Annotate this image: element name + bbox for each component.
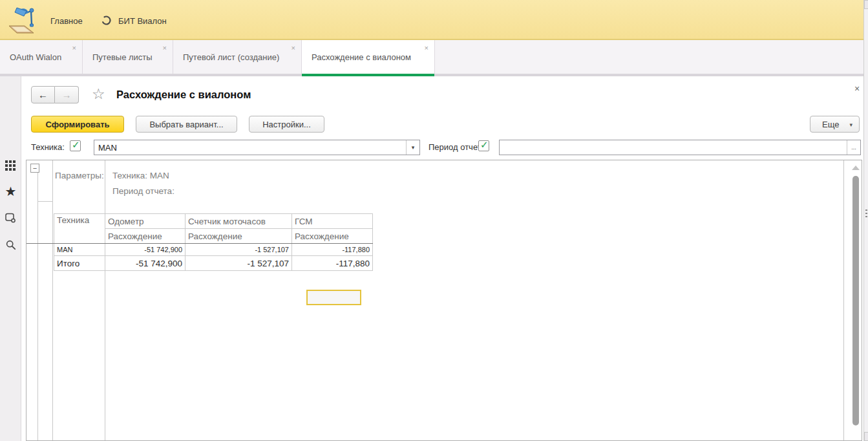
tab-close-icon[interactable]: ×	[291, 45, 295, 52]
group-bracket-line	[37, 173, 38, 440]
chevron-down-icon: ▾	[849, 122, 852, 128]
form-close-icon[interactable]: ×	[854, 83, 860, 94]
top-menu-bar: Главное БИТ Виалон	[0, 0, 863, 40]
period-browse-button[interactable]: ...	[847, 140, 860, 155]
subheader-discrepancy[interactable]: Расхождение	[185, 229, 292, 244]
more-button[interactable]: Еще ▾	[810, 116, 860, 133]
add-to-favorites-icon[interactable]: ☆	[92, 85, 105, 103]
column-header-tech[interactable]: Техника	[54, 214, 105, 244]
report-scroll-divider	[843, 160, 844, 440]
scrollbar-grip[interactable]	[865, 210, 867, 219]
params-label: Параметры:	[55, 171, 104, 180]
tab-close-icon[interactable]: ×	[163, 45, 167, 52]
menu-item-bit-wialon[interactable]: БИТ Виалон	[118, 16, 167, 26]
tab-label: Путевой лист (создание)	[183, 52, 279, 62]
tech-filter-input[interactable]	[94, 140, 405, 155]
params-tech-value: Техника: MAN	[112, 171, 169, 180]
tech-filter-combo: ▾	[94, 140, 420, 155]
tab-waybill-create[interactable]: Путевой лист (создание) ×	[173, 40, 302, 74]
grid-line	[52, 160, 53, 440]
forward-button[interactable]: →	[55, 86, 79, 103]
choose-variant-button[interactable]: Выбрать вариант...	[136, 116, 237, 133]
history-icon[interactable]	[0, 212, 21, 226]
params-period-value: Период отчета:	[112, 186, 175, 196]
favorites-star-icon[interactable]: ★	[0, 185, 21, 198]
tab-oauth-wialon[interactable]: OAuth Wialon ×	[0, 40, 83, 74]
more-label: Еще	[822, 120, 839, 129]
tab-waybills[interactable]: Путевые листы ×	[83, 40, 173, 74]
scroll-up-icon[interactable]	[852, 166, 860, 170]
subsystem-ring-icon	[101, 15, 112, 26]
grid-line	[105, 160, 105, 440]
history-nav-group: ← →	[31, 86, 79, 103]
tab-wialon-discrepancy[interactable]: Расхождение с виалоном ×	[302, 40, 435, 74]
column-header-fuel[interactable]: ГСМ	[292, 214, 373, 229]
application-window: Главное БИТ Виалон OAuth Wialon × Путевы…	[0, 0, 868, 441]
group-bracket-tick	[37, 201, 53, 202]
table-row-total: Итого -51 742,900 -1 527,107 -117,880	[54, 256, 373, 271]
period-filter-field: ...	[499, 140, 861, 155]
function-menu-icon[interactable]	[0, 160, 21, 173]
window-scrollbar[interactable]	[863, 0, 868, 441]
search-icon[interactable]	[0, 239, 21, 253]
tech-dropdown-button[interactable]: ▾	[406, 140, 419, 155]
checkmark-icon: ✓	[72, 139, 80, 151]
report-spreadsheet: − Параметры: Техника: MAN Период отчета:…	[26, 160, 862, 441]
collapse-group-icon[interactable]: −	[30, 164, 39, 173]
settings-button[interactable]: Настройки...	[249, 116, 324, 133]
column-header-engine-hours[interactable]: Счетчик моточасов	[185, 214, 292, 229]
selected-cell-highlight[interactable]	[306, 290, 361, 305]
value-cell[interactable]: -1 527,107	[185, 256, 292, 271]
tech-filter-label: Техника:	[31, 142, 65, 152]
scrollbar-top-button[interactable]	[864, 0, 868, 9]
tech-filter-checkbox[interactable]: ✓	[70, 140, 81, 151]
generate-button[interactable]: Сформировать	[31, 116, 124, 133]
tab-close-icon[interactable]: ×	[425, 45, 429, 52]
back-button[interactable]: ←	[31, 86, 55, 103]
tab-bar: OAuth Wialon × Путевые листы × Путевой л…	[0, 40, 863, 76]
value-cell[interactable]: -117,880	[292, 256, 373, 271]
table-row: MAN -51 742,900 -1 527,107 -117,880	[54, 244, 373, 256]
tool-sidebar: ★	[0, 76, 21, 441]
scrollbar-bottom-button[interactable]	[864, 432, 868, 441]
header-divider-line	[26, 243, 54, 244]
subheader-discrepancy[interactable]: Расхождение	[292, 229, 373, 244]
period-filter-checkbox[interactable]: ✓	[478, 140, 489, 151]
tab-label: Расхождение с виалоном	[312, 52, 411, 62]
subheader-discrepancy[interactable]: Расхождение	[105, 229, 185, 244]
row-header-cell[interactable]: Итого	[54, 256, 105, 271]
row-header-cell[interactable]: MAN	[54, 244, 105, 256]
period-filter-input[interactable]	[500, 140, 846, 155]
tab-close-icon[interactable]: ×	[72, 45, 76, 52]
report-scrollbar-thumb[interactable]	[852, 176, 859, 425]
tab-label: OAuth Wialon	[10, 52, 61, 62]
page-title: Расхождение с виалоном	[116, 89, 251, 101]
report-table: Техника Одометр Счетчик моточасов ГСМ Ра…	[54, 213, 373, 271]
checkmark-icon: ✓	[480, 139, 489, 151]
menu-item-main[interactable]: Главное	[50, 16, 83, 26]
value-cell[interactable]: -1 527,107	[185, 244, 292, 256]
value-cell[interactable]: -51 742,900	[105, 244, 185, 256]
value-cell[interactable]: -117,880	[292, 244, 373, 256]
value-cell[interactable]: -51 742,900	[105, 256, 185, 271]
tab-label: Путевые листы	[92, 52, 153, 62]
1c-logo-icon	[5, 3, 39, 38]
column-header-odometer[interactable]: Одометр	[105, 214, 185, 229]
